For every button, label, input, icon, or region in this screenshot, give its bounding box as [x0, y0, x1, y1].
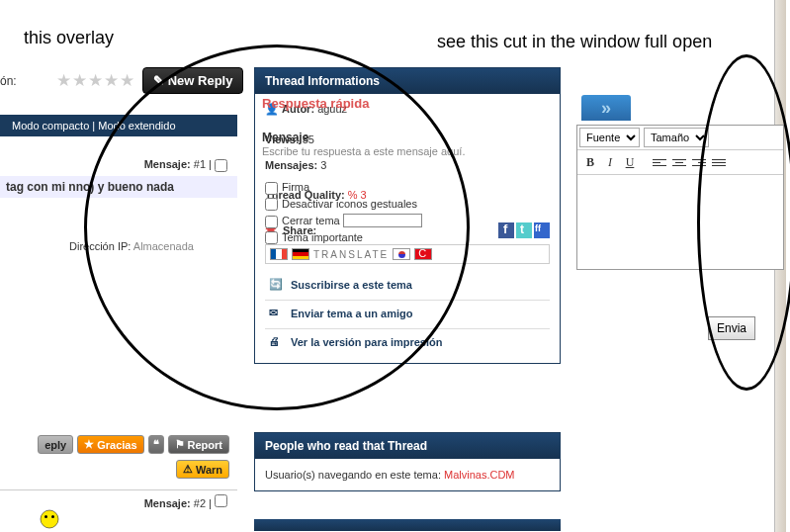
star-icon: ★: [120, 70, 134, 91]
editor-textarea[interactable]: [577, 175, 783, 269]
flag-france-icon[interactable]: [270, 248, 288, 260]
send-friend-link[interactable]: ✉Enviar tema a un amigo: [265, 300, 550, 328]
flag-icon: ⚑: [175, 438, 185, 451]
reply-icon: ✎: [153, 73, 164, 88]
next-panel-header: [254, 519, 561, 531]
message-1-header: Mensaje: #1 |: [0, 154, 237, 176]
star-icon: ★: [88, 70, 103, 91]
ip-value[interactable]: Almacenada: [133, 240, 194, 252]
ip-label: Dirección IP:: [69, 240, 131, 252]
people-read-title: People who read that Thread: [255, 433, 560, 459]
svg-point-1: [44, 515, 47, 518]
chevrons-icon[interactable]: »: [581, 95, 631, 121]
quick-reply-title: Respuesta rápida: [262, 96, 369, 111]
close-thread-option[interactable]: Cerrar tema: [265, 214, 422, 228]
star-icon: ★: [72, 70, 87, 91]
new-reply-label: New Reply: [168, 73, 233, 88]
message-number[interactable]: #2: [194, 497, 206, 509]
annotation-overlay: this overlay: [24, 28, 114, 48]
quick-reply-options: Firma Desactivar iconos gestuales Cerrar…: [265, 178, 422, 247]
close-thread-checkbox[interactable]: [265, 216, 278, 228]
mode-compact-link[interactable]: Modo compacto: [12, 120, 89, 132]
font-select[interactable]: Fuente: [579, 128, 640, 147]
flag-germany-icon[interactable]: [292, 248, 309, 260]
messages-row: Mensajes: 3: [265, 159, 550, 171]
message-1-checkbox[interactable]: [215, 159, 227, 172]
align-justify-button[interactable]: [710, 153, 728, 171]
editor-toolbar-2: B I U: [577, 150, 783, 175]
thanks-button[interactable]: ★Gracias: [77, 435, 143, 454]
navegando-label: Usuario(s) navegando en este tema:: [265, 469, 441, 481]
thread-tools: 🔄Suscribirse a este tema ✉Enviar tema a …: [265, 272, 550, 357]
italic-button[interactable]: I: [601, 153, 619, 171]
message-number[interactable]: #1: [194, 158, 206, 170]
disable-smilies-option[interactable]: Desactivar iconos gestuales: [265, 198, 422, 212]
star-icon: ★: [104, 70, 119, 91]
editor-toolbar-1: Fuente Tamaño: [577, 126, 783, 150]
mail-icon: ✉: [269, 307, 285, 322]
svg-point-0: [41, 510, 58, 528]
refresh-icon: 🔄: [269, 278, 285, 294]
messages-value: 3: [320, 159, 326, 171]
star-icon: ★: [84, 438, 94, 451]
top-row: ón: ★ ★ ★ ★ ★ ✎ New Reply: [0, 67, 243, 94]
twitter-icon[interactable]: [516, 222, 532, 238]
close-thread-input[interactable]: [343, 214, 422, 227]
view-mode-bar: Modo compacto | Modo extendido: [0, 115, 237, 136]
new-reply-button[interactable]: ✎ New Reply: [142, 67, 244, 94]
rich-text-editor: Fuente Tamaño B I U: [576, 125, 784, 270]
warn-icon: ⚠: [183, 463, 193, 476]
underline-button[interactable]: U: [621, 153, 639, 171]
smiley-icon: [30, 509, 69, 529]
browsing-user[interactable]: Malvinas.CDM: [444, 469, 515, 481]
send-button[interactable]: Envia: [708, 316, 755, 340]
firma-checkbox[interactable]: [265, 182, 278, 195]
star-icon: ★: [56, 70, 71, 91]
align-center-button[interactable]: [670, 153, 688, 171]
message-label: Mensaje:: [144, 158, 191, 170]
ip-line: Dirección IP: Almacenada: [69, 240, 194, 252]
printer-icon: 🖨: [269, 335, 285, 351]
message-label: Mensaje:: [144, 497, 191, 509]
bold-button[interactable]: B: [581, 153, 599, 171]
message-1-title: tag con mi nno) y bueno nada: [0, 176, 237, 198]
rating-stars[interactable]: ★ ★ ★ ★ ★: [56, 70, 134, 91]
important-thread-option[interactable]: Tema importante: [265, 231, 422, 245]
important-thread-checkbox[interactable]: [265, 231, 278, 244]
print-version-link[interactable]: 🖨Ver la versión para impresión: [265, 328, 550, 357]
message-2-checkbox[interactable]: [215, 494, 227, 507]
warn-button[interactable]: ⚠Warn: [176, 460, 229, 479]
reply-button[interactable]: eply: [38, 435, 73, 454]
subscribe-link[interactable]: 🔄Suscribirse a este tema: [265, 272, 550, 300]
align-left-button[interactable]: [651, 153, 668, 171]
disable-smilies-checkbox[interactable]: [265, 198, 278, 211]
annotation-cut: see this cut in the window full open: [437, 32, 712, 52]
size-select[interactable]: Tamaño: [644, 128, 709, 147]
translate-label: TRANSLATE: [313, 249, 389, 260]
facebook-icon[interactable]: [498, 222, 514, 238]
quote-icon: ❝: [153, 438, 159, 451]
firma-option[interactable]: Firma: [265, 181, 422, 195]
flag-turkey-icon[interactable]: [414, 248, 432, 260]
mode-extended-link[interactable]: Modo extendido: [98, 120, 175, 132]
thread-info-title: Thread Informations: [255, 68, 560, 94]
quote-button[interactable]: ❝: [148, 435, 164, 454]
friendfeed-icon[interactable]: [534, 222, 550, 238]
quick-message-label: Mensaje: [262, 131, 308, 144]
report-button[interactable]: ⚑Report: [168, 435, 229, 454]
flag-korea-icon[interactable]: [393, 248, 410, 260]
rating-label: ón:: [0, 74, 17, 88]
svg-point-2: [51, 515, 54, 518]
align-right-button[interactable]: [690, 153, 708, 171]
quick-message-placeholder: Escribe tu respuesta a este mensaje aquí…: [262, 145, 465, 157]
post-actions: eply ★Gracias ❝ ⚑Report ⚠Warn: [0, 435, 237, 479]
people-read-panel: People who read that Thread Usuario(s) n…: [254, 432, 561, 491]
